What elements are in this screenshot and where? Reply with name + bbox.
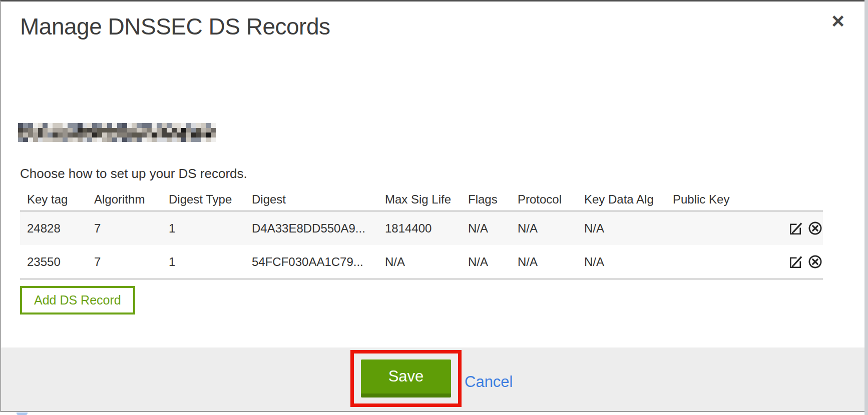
cell-public-key [673, 245, 761, 279]
table-row: 24828 7 1 D4A33E8DD550A9... 1814400 N/A … [20, 211, 823, 245]
cell-protocol: N/A [518, 211, 584, 245]
col-header-key-data-alg: Key Data Alg [584, 188, 673, 211]
dnssec-modal: Manage DNSSEC DS Records × Choose how to… [0, 0, 868, 415]
redacted-domain-blur [18, 123, 216, 142]
add-ds-record-button[interactable]: Add DS Record [20, 286, 135, 314]
col-header-max-sig-life: Max Sig Life [385, 188, 468, 211]
background-element [17, 412, 28, 415]
cell-public-key [673, 211, 761, 245]
delete-record-button[interactable] [807, 220, 823, 236]
close-button[interactable]: × [826, 8, 850, 34]
cell-protocol: N/A [518, 245, 584, 279]
col-header-flags: Flags [468, 188, 518, 211]
cell-actions [761, 211, 823, 245]
cell-flags: N/A [468, 245, 518, 279]
page-scrollbar-track[interactable] [864, 0, 868, 415]
cancel-link[interactable]: Cancel [465, 373, 513, 391]
cell-digest: 54FCF030AA1C79... [252, 245, 385, 279]
cell-digest-type: 1 [169, 211, 252, 245]
cell-key-tag: 24828 [20, 211, 94, 245]
col-header-digest-type: Digest Type [169, 188, 252, 211]
cell-max-sig-life: 1814400 [385, 211, 468, 245]
cell-algorithm: 7 [94, 245, 169, 279]
table-row: 23550 7 1 54FCF030AA1C79... N/A N/A N/A … [20, 245, 823, 279]
cell-algorithm: 7 [94, 211, 169, 245]
modal-title: Manage DNSSEC DS Records [20, 13, 330, 40]
cell-flags: N/A [468, 211, 518, 245]
delete-record-button[interactable] [807, 254, 823, 270]
col-header-digest: Digest [252, 188, 385, 211]
col-header-public-key: Public Key [673, 188, 761, 211]
col-header-protocol: Protocol [518, 188, 584, 211]
ds-records-table: Key tag Algorithm Digest Type Digest Max… [20, 188, 823, 280]
table-header-row: Key tag Algorithm Digest Type Digest Max… [20, 188, 823, 211]
edit-record-button[interactable] [788, 254, 804, 270]
circle-x-icon [807, 254, 823, 270]
cell-max-sig-life: N/A [385, 245, 468, 279]
cell-key-tag: 23550 [20, 245, 94, 279]
save-button[interactable]: Save [361, 360, 451, 398]
col-header-key-tag: Key tag [20, 188, 94, 211]
save-annotation-box: Save [350, 350, 462, 407]
edit-pencil-icon [788, 254, 804, 270]
cell-key-data-alg: N/A [584, 245, 673, 279]
instruction-text: Choose how to set up your DS records. [20, 166, 247, 182]
cell-key-data-alg: N/A [584, 211, 673, 245]
edit-pencil-icon [788, 220, 804, 236]
col-header-actions [761, 188, 823, 211]
cell-digest-type: 1 [169, 245, 252, 279]
cell-actions [761, 245, 823, 279]
edit-record-button[interactable] [788, 220, 804, 236]
close-icon: × [831, 8, 844, 33]
col-header-algorithm: Algorithm [94, 188, 169, 211]
circle-x-icon [807, 220, 823, 236]
cell-digest: D4A33E8DD550A9... [252, 211, 385, 245]
